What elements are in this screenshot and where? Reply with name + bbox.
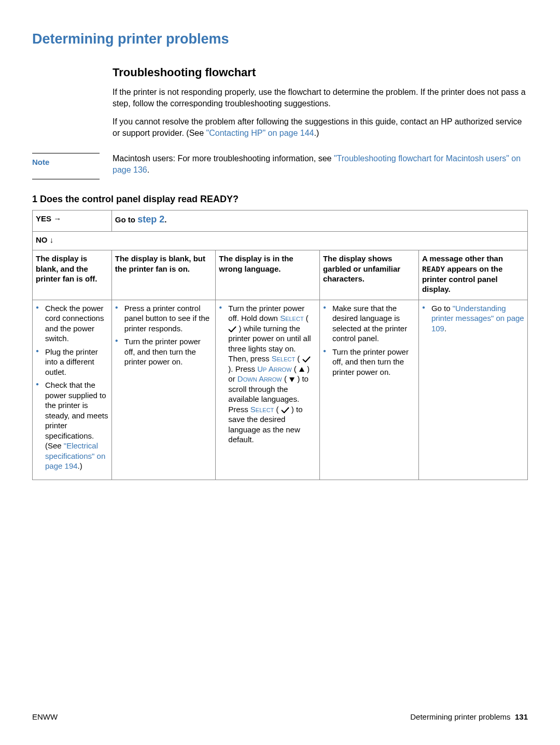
list-item: Check the power cord connections and the… (36, 303, 108, 344)
select-key: Select (250, 405, 274, 414)
footer-left: ENWW (32, 712, 58, 721)
arrow-right-icon: → (53, 214, 61, 223)
col1-header: The display is blank, and the printer fa… (33, 250, 112, 300)
col2-body: Press a printer control panel button to … (111, 300, 216, 480)
section-subheading: Troubleshooting flowchart (113, 66, 528, 79)
ready-status: READY (422, 265, 445, 274)
note-body: Macintosh users: For more troubleshootin… (113, 153, 528, 175)
yes-cell: YES → (33, 210, 112, 231)
down-arrow-key: Down Arrow (237, 374, 282, 383)
list-item: Go to "Understanding printer messages" o… (422, 303, 524, 334)
page-number: 131 (515, 712, 528, 721)
col3-body: Turn the printer power off. Hold down Se… (216, 300, 320, 480)
list-item: Plug the printer into a different outlet… (36, 347, 108, 377)
col5-body: Go to "Understanding printer messages" o… (418, 300, 527, 480)
select-key: Select (280, 314, 303, 322)
col5-header: A message other than READY appears on th… (418, 250, 527, 300)
yes-action-cell: Go to step 2. (111, 210, 527, 231)
page-heading: Determining printer problems (32, 31, 528, 47)
triangle-down-icon (289, 376, 295, 383)
list-item: Make sure that the desired language is s… (323, 303, 415, 344)
question-1-heading: 1 Does the control panel display read RE… (32, 194, 528, 205)
up-arrow-key: Up Arrow (257, 364, 291, 373)
flowchart-table: YES → Go to step 2. NO ↓ The display is … (32, 210, 528, 480)
col4-body: Make sure that the desired language is s… (319, 300, 418, 480)
list-item: Press a printer control panel button to … (115, 303, 213, 334)
col4-header: The display shows garbled or unfamiliar … (319, 250, 418, 300)
note-rule-bottom (32, 179, 100, 179)
note-rule-top (32, 153, 100, 153)
check-icon (302, 356, 311, 362)
list-item: Turn the printer power off, and then tur… (115, 336, 213, 367)
intro-paragraph-1: If the printer is not responding properl… (113, 87, 528, 109)
list-item: Turn the printer power off, and then tur… (323, 347, 415, 377)
col3-header: The display is in the wrong language. (216, 250, 320, 300)
col2-header: The display is blank, but the printer fa… (111, 250, 216, 300)
list-item: Turn the printer power off. Hold down Se… (219, 303, 316, 445)
select-key: Select (272, 354, 295, 363)
check-icon (228, 326, 236, 332)
check-icon (281, 407, 289, 413)
list-item: Check that the power supplied to the pri… (36, 380, 108, 471)
footer-right: Determining printer problems 131 (410, 712, 528, 721)
contacting-hp-link[interactable]: "Contacting HP" on page 144 (206, 129, 314, 137)
no-cell: NO ↓ (33, 231, 528, 250)
step-2-link[interactable]: step 2 (137, 214, 164, 224)
triangle-up-icon (299, 367, 305, 373)
col1-body: Check the power cord connections and the… (33, 300, 112, 480)
arrow-down-icon: ↓ (50, 235, 54, 244)
intro-paragraph-2: If you cannot resolve the problem after … (113, 116, 528, 138)
note-label: Note (32, 158, 113, 166)
